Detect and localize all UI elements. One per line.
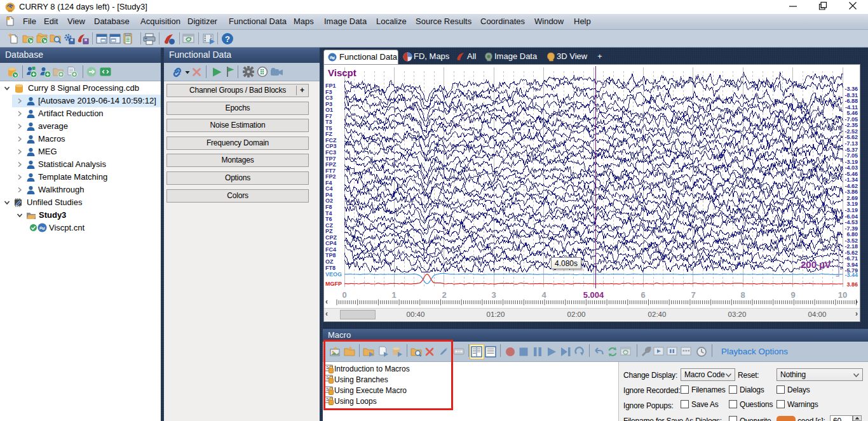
svg-text:?: ?: [225, 34, 230, 44]
